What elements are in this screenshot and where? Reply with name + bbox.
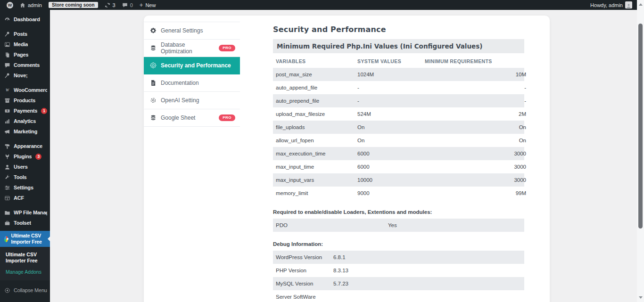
sidebar-item-pages[interactable]: Pages	[0, 49, 50, 60]
sidebar-item-toolset[interactable]: Toolset	[0, 218, 50, 228]
pro-badge: PRO	[219, 114, 235, 121]
nav-item-database-optimization[interactable]: Database Optimization PRO	[144, 40, 240, 57]
sidebar-item-dashboard[interactable]: Dashboard	[0, 14, 50, 24]
debug-row: WordPress Version6.8.1	[273, 251, 524, 264]
wrench-icon	[4, 174, 10, 180]
nav-item-google-sheet[interactable]: Google Sheet PRO	[144, 109, 240, 127]
sidebar-item-appearance[interactable]: Appearance	[0, 141, 50, 151]
active-menu-arrow	[45, 237, 50, 241]
update-icon	[105, 2, 110, 8]
home-icon	[20, 2, 25, 8]
table-row: post_max_size1024M10M	[273, 68, 524, 81]
sidebar-item-wp-file-manager[interactable]: WP File Manager	[0, 207, 50, 218]
loader-value: Yes	[388, 222, 521, 228]
loader-name: PDO	[276, 222, 388, 228]
pushpin-icon	[4, 73, 10, 79]
sidebar-item-settings[interactable]: Settings	[0, 182, 50, 193]
debug-row: PHP Version8.3.13	[273, 264, 524, 277]
comment-count: 0	[130, 2, 133, 8]
user-silhouette-icon	[626, 3, 631, 8]
nav-item-documentation[interactable]: Documentation	[144, 74, 240, 92]
collapse-menu-button[interactable]: Collapse Menu	[0, 285, 50, 295]
pages-icon	[4, 52, 10, 58]
sidebar-item-tools[interactable]: Tools	[0, 172, 50, 182]
nav-item-general-settings[interactable]: General Settings	[144, 22, 240, 40]
updates-menu[interactable]: 3	[101, 0, 119, 10]
site-name: admin	[28, 2, 42, 8]
page-title: Security and Performance	[273, 25, 524, 34]
sidebar-item-users[interactable]: Users	[0, 162, 50, 172]
nav-item-security-and-performance[interactable]: Security and Performance	[144, 57, 240, 74]
payments-notification-badge: 1	[41, 108, 47, 114]
sidebar-separator	[0, 81, 50, 85]
folder-icon	[4, 210, 10, 216]
sidebar-item-media[interactable]: Media	[0, 39, 50, 49]
sidebar-item-analytics[interactable]: Analytics	[0, 116, 50, 126]
bar-chart-icon	[4, 118, 10, 124]
svg-text:$: $	[7, 109, 8, 112]
admin-sidebar: Dashboard Posts Media Pages Comments Nov…	[0, 10, 50, 302]
table-row: max_input_time60003000	[273, 160, 524, 173]
sidebar-item-comments[interactable]: Comments	[0, 60, 50, 70]
briefcase-icon	[4, 220, 10, 226]
howdy-text: Howdy, admin	[590, 2, 623, 8]
comments-icon	[4, 62, 10, 68]
table-row: auto_prepend_file--	[273, 94, 524, 107]
acf-grid-icon	[4, 195, 10, 201]
debug-table: WordPress Version6.8.1 PHP Version8.3.13…	[273, 251, 524, 302]
loaders-row: PDO Yes	[273, 219, 524, 232]
sidebar-item-acf[interactable]: ACF	[0, 193, 50, 203]
store-coming-soon-badge: Store coming soon	[49, 2, 98, 8]
sidebar-item-nove[interactable]: Nove;	[0, 70, 50, 81]
scroll-up-arrow-icon[interactable]	[639, 3, 643, 6]
gear-outline-icon	[150, 62, 157, 69]
new-content-menu[interactable]: + New	[136, 0, 159, 10]
submenu-item-manage-addons[interactable]: Manage Addons	[0, 268, 50, 276]
ini-table-column-headers: VARIABLES SYSTEM VALUES MINIMUM REQUIREM…	[273, 53, 524, 68]
pushpin-icon	[4, 31, 10, 37]
submenu-item-ultimate-csv-importer-free[interactable]: Ultimate CSV Importer Free	[0, 250, 50, 265]
column-header-variables: VARIABLES	[276, 58, 357, 64]
svg-text:W: W	[6, 88, 9, 92]
comments-menu[interactable]: 0	[119, 0, 136, 10]
column-header-minimum-requirements: MINIMUM REQUIREMENTS	[425, 58, 527, 64]
megaphone-icon	[4, 129, 10, 135]
user-icon	[4, 164, 10, 170]
avatar	[625, 1, 632, 8]
paint-roller-icon	[4, 143, 10, 149]
scrollbar-thumb[interactable]	[638, 24, 643, 229]
sidebar-item-plugins[interactable]: Plugins 3	[0, 151, 50, 162]
archive-box-icon	[4, 98, 10, 104]
sidebar-item-posts[interactable]: Posts	[0, 29, 50, 39]
site-name-menu[interactable]: admin	[17, 0, 45, 10]
debug-section-label: Debug Information:	[273, 241, 524, 247]
document-icon	[150, 80, 157, 86]
sidebar-item-ultimate-csv-importer[interactable]: Ultimate CSV Importer Free	[0, 231, 50, 247]
table-row: auto_append_file--	[273, 81, 524, 94]
scroll-down-arrow-icon[interactable]	[639, 296, 643, 299]
database-icon	[150, 114, 157, 121]
sidebar-item-woocommerce[interactable]: W WooCommerce	[0, 85, 50, 95]
nav-item-openai-setting[interactable]: OpenAI Setting	[144, 92, 240, 109]
sidebar-item-products[interactable]: Products	[0, 95, 50, 106]
plugin-settings-card: General Settings Database Optimization P…	[144, 16, 550, 302]
ini-table-body: post_max_size1024M10M auto_append_file--…	[273, 68, 524, 200]
store-status[interactable]: Store coming soon	[45, 0, 101, 10]
plug-icon	[4, 154, 10, 160]
wordpress-logo-icon: W	[7, 2, 13, 8]
security-performance-panel: Security and Performance Minimum Require…	[273, 25, 524, 302]
debug-row: MySQL Version5.7.23	[273, 277, 524, 290]
payments-icon: $	[4, 108, 10, 114]
sidebar-item-payments[interactable]: $ Payments 1	[0, 106, 50, 116]
my-account-menu[interactable]: Howdy, admin	[587, 0, 637, 10]
gear-icon	[150, 27, 157, 34]
browser-scrollbar[interactable]	[637, 0, 644, 302]
sliders-icon	[4, 185, 10, 191]
woocommerce-icon: W	[4, 87, 10, 93]
wp-logo-menu[interactable]: W	[3, 0, 17, 10]
table-row: max_execution_time60003000	[273, 147, 524, 160]
plugins-notification-badge: 3	[35, 154, 41, 160]
collapse-arrow-icon	[4, 287, 10, 294]
csv-importer-submenu: Ultimate CSV Importer Free Manage Addons	[0, 247, 50, 280]
sidebar-item-marketing[interactable]: Marketing	[0, 126, 50, 137]
